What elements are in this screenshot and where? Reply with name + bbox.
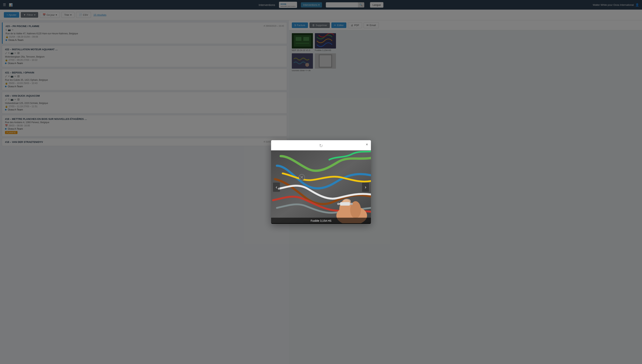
modal-prev-button[interactable]: ‹ (273, 182, 280, 192)
modal-header: ↻ × (271, 140, 371, 150)
modal-image-area: ‹ › Fusible 3,15A HS (271, 150, 371, 224)
modal-caption: Fusible 3,15A HS (271, 218, 371, 224)
modal-overlay[interactable]: ↻ × (0, 0, 642, 364)
svg-rect-18 (340, 202, 350, 206)
svg-point-20 (351, 203, 353, 205)
modal-close-button[interactable]: × (366, 142, 368, 146)
modal-next-button[interactable]: › (362, 182, 369, 192)
svg-point-19 (337, 203, 340, 205)
modal: ↻ × (271, 140, 371, 224)
modal-image (271, 150, 371, 223)
refresh-icon: ↻ (319, 143, 323, 148)
